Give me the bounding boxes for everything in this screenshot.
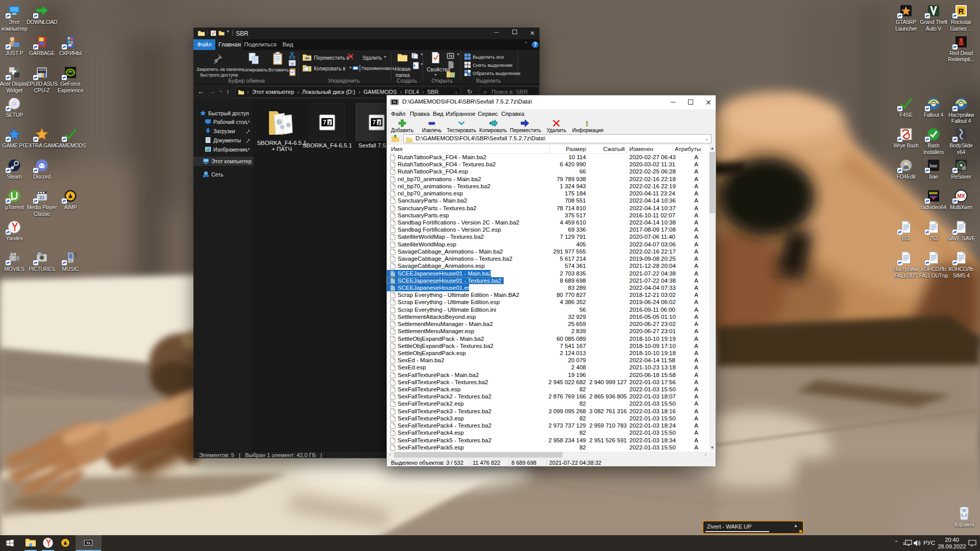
svg-text:21: 21: [39, 195, 44, 200]
svg-text:MX: MX: [958, 193, 965, 199]
svg-text:z: z: [328, 119, 331, 126]
svg-text:bae: bae: [929, 163, 937, 168]
svg-text:7z: 7z: [449, 54, 453, 58]
svg-text:7z: 7z: [393, 100, 396, 104]
svg-text:BINK: BINK: [929, 191, 938, 195]
svg-text:7: 7: [323, 119, 326, 126]
svg-text:R: R: [959, 7, 964, 15]
svg-text:W: W: [290, 62, 294, 65]
svg-text:i: i: [586, 119, 588, 128]
svg-text:7z: 7z: [86, 541, 90, 545]
svg-text:7: 7: [372, 119, 376, 126]
svg-text:z: z: [378, 119, 381, 126]
